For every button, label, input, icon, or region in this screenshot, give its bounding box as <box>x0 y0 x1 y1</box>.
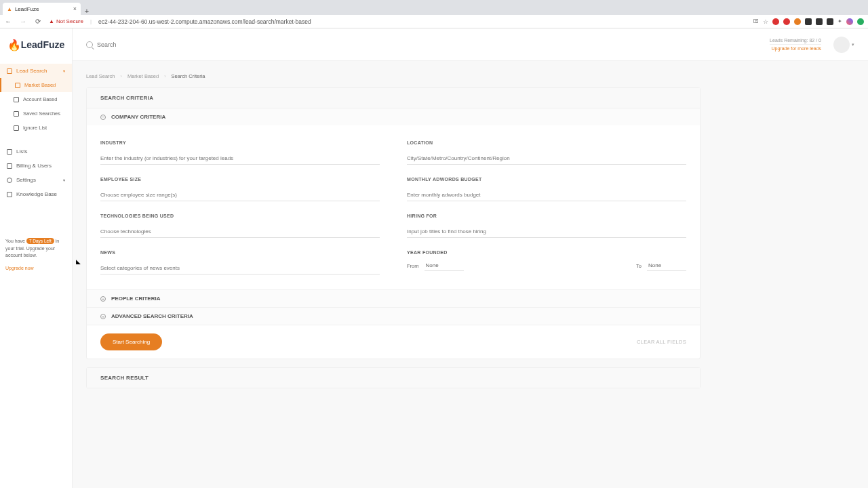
save-icon <box>14 111 19 117</box>
start-searching-button[interactable]: Start Searching <box>100 333 162 350</box>
field-label: EMPLOYEE SIZE <box>100 177 380 182</box>
leads-remaining: Leads Remaining: 82 / 0 <box>770 38 821 45</box>
breadcrumb-item[interactable]: Lead Search <box>86 73 115 79</box>
browser-url-bar: ← → ⟳ ▲ Not Secure | ec2-44-232-204-60.u… <box>0 15 868 28</box>
chevron-right-icon: › <box>121 74 122 79</box>
breadcrumb-item: Search Criteria <box>172 73 205 79</box>
extension-icon[interactable] <box>827 18 833 25</box>
panel-title: SEARCH CRITERIA <box>87 88 700 108</box>
upgrade-now-link[interactable]: Upgrade now <box>5 265 66 272</box>
company-criteria-toggle[interactable]: − COMPANY CRITERIA <box>87 108 700 125</box>
location-input[interactable] <box>407 152 686 165</box>
sidebar-item-label: Market Based <box>24 82 56 88</box>
browser-tab-strip: ▲ LeadFuze × + <box>0 0 868 15</box>
employee-input[interactable] <box>100 189 380 201</box>
ban-icon <box>14 125 19 131</box>
extension-icon[interactable] <box>772 18 779 25</box>
header: Leads Remaining: 82 / 0 Upgrade for more… <box>73 28 868 61</box>
sidebar-item-billing[interactable]: Billing & Users <box>0 159 72 173</box>
billing-icon <box>7 163 12 169</box>
extension-icon[interactable] <box>805 18 812 25</box>
industry-field: INDUSTRY <box>100 140 380 165</box>
sidebar-item-label: Ignore List <box>23 125 47 131</box>
year-to-label: To <box>636 263 642 269</box>
sidebar-item-ignore-list[interactable]: Ignore List <box>0 121 72 135</box>
chevron-down-icon[interactable]: ▾ <box>852 42 854 47</box>
sidebar-item-knowledge[interactable]: Knowledge Base <box>0 187 72 201</box>
new-tab-button[interactable]: + <box>81 7 93 15</box>
puzzle-icon[interactable]: ✦ <box>837 18 842 25</box>
close-icon[interactable]: × <box>73 5 77 12</box>
sidebar-item-label: Billing & Users <box>16 163 52 169</box>
plus-circle-icon: + <box>100 296 106 302</box>
extension-icon[interactable] <box>794 18 801 25</box>
section-label: PEOPLE CRITERIA <box>111 296 160 302</box>
clear-all-button[interactable]: CLEAR ALL FIELDS <box>637 339 686 345</box>
field-label: LOCATION <box>407 140 686 145</box>
sidebar-item-label: Lead Search <box>16 68 47 74</box>
year-to-input[interactable] <box>647 260 686 271</box>
employee-field: EMPLOYEE SIZE <box>100 177 380 201</box>
advanced-criteria-toggle[interactable]: + ADVANCED SEARCH CRITERIA <box>87 307 700 325</box>
hiring-input[interactable] <box>407 226 686 238</box>
extension-icon[interactable] <box>846 18 853 25</box>
url-text[interactable]: ec2-44-232-204-60.us-west-2.compute.amaz… <box>98 18 747 25</box>
technologies-field: TECHNOLOGIES BEING USED <box>100 214 380 238</box>
sidebar-item-saved-searches[interactable]: Saved Searches <box>0 106 72 121</box>
breadcrumb-item[interactable]: Market Based <box>127 73 159 79</box>
field-label: HIRING FOR <box>407 214 686 218</box>
list-icon <box>7 149 12 155</box>
security-indicator[interactable]: ▲ Not Secure <box>49 18 83 24</box>
search-icon <box>86 41 93 48</box>
building-icon <box>15 83 20 88</box>
year-from-input[interactable] <box>425 260 464 271</box>
trial-prefix: You have <box>5 239 25 243</box>
breadcrumb: Lead Search › Market Based › Search Crit… <box>86 61 854 87</box>
upgrade-link[interactable]: Upgrade for more leads <box>771 46 821 51</box>
plus-circle-icon: + <box>100 314 106 319</box>
extension-icons: ⚿ ☆ ✦ <box>753 18 864 25</box>
sidebar-item-account-based[interactable]: Account Based <box>0 92 72 106</box>
field-label: NEWS <box>100 250 380 255</box>
reload-button[interactable]: ⟳ <box>34 18 42 25</box>
search-input[interactable] <box>97 41 173 48</box>
hiring-field: HIRING FOR <box>407 214 686 238</box>
key-icon[interactable]: ⚿ <box>753 18 759 25</box>
year-founded-field: YEAR FOUNDED From To <box>407 250 686 274</box>
sidebar-item-market-based[interactable]: Market Based <box>0 78 72 92</box>
people-criteria-toggle[interactable]: + PEOPLE CRITERIA <box>87 289 700 307</box>
sidebar-item-settings[interactable]: Settings ▾ <box>0 173 72 187</box>
gear-icon <box>7 178 12 183</box>
field-label: INDUSTRY <box>100 140 380 145</box>
chevron-down-icon: ▾ <box>63 178 65 182</box>
extension-icon[interactable] <box>816 18 823 25</box>
forward-button[interactable]: → <box>19 18 27 25</box>
trial-notice: You have 7 Days Left in your trial. Upgr… <box>5 238 66 272</box>
warning-icon: ▲ <box>49 18 54 24</box>
book-icon <box>7 192 12 197</box>
news-input[interactable] <box>100 262 380 274</box>
browser-tab[interactable]: ▲ LeadFuze × <box>3 3 81 15</box>
not-secure-label: Not Secure <box>56 18 83 24</box>
industry-input[interactable] <box>100 152 380 165</box>
search-criteria-panel: SEARCH CRITERIA − COMPANY CRITERIA INDUS… <box>86 87 701 359</box>
action-row: Start Searching CLEAR ALL FIELDS <box>87 325 700 359</box>
star-icon[interactable]: ☆ <box>763 18 768 25</box>
tab-title: LeadFuze <box>15 6 39 12</box>
avatar[interactable] <box>833 37 850 53</box>
minus-circle-icon: − <box>100 115 106 120</box>
sidebar-item-lists[interactable]: Lists <box>0 144 72 159</box>
sidebar-item-label: Saved Searches <box>23 110 60 117</box>
back-button[interactable]: ← <box>4 18 12 25</box>
adwords-input[interactable] <box>407 189 686 201</box>
extension-icon[interactable] <box>783 18 790 25</box>
sidebar-item-lead-search[interactable]: Lead Search ▾ <box>0 64 72 78</box>
sidebar-item-label: Knowledge Base <box>16 191 57 197</box>
sidebar-item-label: Settings <box>16 177 36 183</box>
logo[interactable]: 🔥 LeadFuze <box>0 28 73 61</box>
sidebar: Lead Search ▾ Market Based Account Based… <box>0 61 73 488</box>
technologies-input[interactable] <box>100 226 380 238</box>
section-label: ADVANCED SEARCH CRITERIA <box>111 313 193 319</box>
global-search[interactable] <box>86 41 770 48</box>
extension-icon[interactable] <box>857 18 864 25</box>
